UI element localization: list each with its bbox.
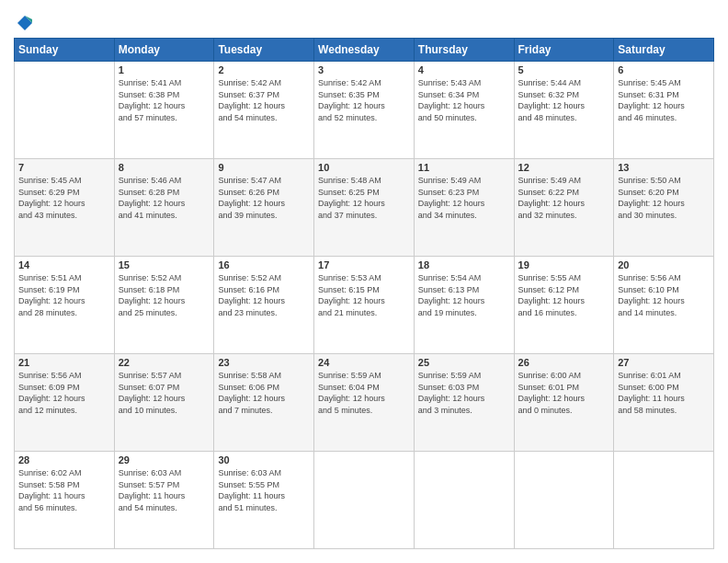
day-info: Sunrise: 5:50 AM Sunset: 6:20 PM Dayligh…: [618, 175, 710, 221]
day-number: 6: [618, 64, 710, 75]
day-of-week-header: Wednesday: [314, 39, 415, 62]
day-of-week-header: Friday: [514, 39, 614, 62]
calendar-cell: [15, 62, 115, 159]
day-number: 14: [18, 259, 110, 270]
day-number: 12: [518, 162, 610, 173]
calendar-week-row: 7Sunrise: 5:45 AM Sunset: 6:29 PM Daylig…: [15, 159, 714, 257]
day-of-week-header: Monday: [114, 39, 214, 62]
calendar-header-row: SundayMondayTuesdayWednesdayThursdayFrid…: [15, 39, 714, 62]
day-info: Sunrise: 5:58 AM Sunset: 6:06 PM Dayligh…: [218, 370, 310, 416]
day-number: 22: [119, 357, 210, 368]
day-info: Sunrise: 5:57 AM Sunset: 6:07 PM Dayligh…: [119, 370, 210, 416]
day-info: Sunrise: 5:47 AM Sunset: 6:26 PM Dayligh…: [218, 175, 310, 221]
calendar-cell: 16Sunrise: 5:52 AM Sunset: 6:16 PM Dayli…: [214, 257, 314, 354]
day-of-week-header: Thursday: [414, 39, 514, 62]
calendar-cell: 27Sunrise: 6:01 AM Sunset: 6:00 PM Dayli…: [614, 354, 714, 452]
calendar-cell: [614, 452, 714, 549]
calendar-cell: 20Sunrise: 5:56 AM Sunset: 6:10 PM Dayli…: [614, 257, 714, 354]
calendar-cell: 1Sunrise: 5:41 AM Sunset: 6:38 PM Daylig…: [114, 62, 214, 159]
calendar-cell: [414, 452, 514, 549]
calendar-week-row: 14Sunrise: 5:51 AM Sunset: 6:19 PM Dayli…: [15, 257, 714, 354]
day-number: 21: [18, 357, 110, 368]
day-number: 15: [119, 259, 210, 270]
calendar-cell: 5Sunrise: 5:44 AM Sunset: 6:32 PM Daylig…: [514, 62, 614, 159]
day-number: 27: [618, 357, 710, 368]
day-number: 2: [218, 64, 310, 75]
day-number: 8: [119, 162, 210, 173]
calendar-cell: 4Sunrise: 5:43 AM Sunset: 6:34 PM Daylig…: [414, 62, 514, 159]
day-info: Sunrise: 6:00 AM Sunset: 6:01 PM Dayligh…: [518, 370, 610, 416]
day-info: Sunrise: 5:42 AM Sunset: 6:35 PM Dayligh…: [318, 77, 410, 123]
day-number: 18: [418, 259, 510, 270]
day-number: 13: [618, 162, 710, 173]
day-of-week-header: Tuesday: [214, 39, 314, 62]
day-info: Sunrise: 5:49 AM Sunset: 6:22 PM Dayligh…: [518, 175, 610, 221]
day-info: Sunrise: 5:59 AM Sunset: 6:04 PM Dayligh…: [318, 370, 410, 416]
day-of-week-header: Sunday: [15, 39, 115, 62]
page: SundayMondayTuesdayWednesdayThursdayFrid…: [0, 0, 728, 563]
day-info: Sunrise: 5:51 AM Sunset: 6:19 PM Dayligh…: [18, 272, 110, 318]
day-number: 4: [418, 64, 510, 75]
calendar-cell: 15Sunrise: 5:52 AM Sunset: 6:18 PM Dayli…: [114, 257, 214, 354]
day-info: Sunrise: 5:45 AM Sunset: 6:29 PM Dayligh…: [18, 175, 110, 221]
day-info: Sunrise: 5:52 AM Sunset: 6:18 PM Dayligh…: [119, 272, 210, 318]
day-info: Sunrise: 5:49 AM Sunset: 6:23 PM Dayligh…: [418, 175, 510, 221]
day-number: 17: [318, 259, 410, 270]
calendar-week-row: 28Sunrise: 6:02 AM Sunset: 5:58 PM Dayli…: [15, 452, 714, 549]
calendar-cell: 8Sunrise: 5:46 AM Sunset: 6:28 PM Daylig…: [114, 159, 214, 257]
day-number: 16: [218, 259, 310, 270]
header: [14, 14, 714, 29]
day-info: Sunrise: 5:52 AM Sunset: 6:16 PM Dayligh…: [218, 272, 310, 318]
calendar-cell: 29Sunrise: 6:03 AM Sunset: 5:57 PM Dayli…: [114, 452, 214, 549]
day-info: Sunrise: 5:41 AM Sunset: 6:38 PM Dayligh…: [119, 77, 210, 123]
calendar-cell: 9Sunrise: 5:47 AM Sunset: 6:26 PM Daylig…: [214, 159, 314, 257]
day-number: 26: [518, 357, 610, 368]
calendar-cell: [314, 452, 415, 549]
calendar-cell: [514, 452, 614, 549]
calendar-cell: 7Sunrise: 5:45 AM Sunset: 6:29 PM Daylig…: [15, 159, 115, 257]
calendar-cell: 13Sunrise: 5:50 AM Sunset: 6:20 PM Dayli…: [614, 159, 714, 257]
day-info: Sunrise: 5:59 AM Sunset: 6:03 PM Dayligh…: [418, 370, 510, 416]
day-info: Sunrise: 6:02 AM Sunset: 5:58 PM Dayligh…: [18, 467, 110, 513]
day-number: 23: [218, 357, 310, 368]
day-info: Sunrise: 5:42 AM Sunset: 6:37 PM Dayligh…: [218, 77, 310, 123]
day-number: 25: [418, 357, 510, 368]
day-info: Sunrise: 5:43 AM Sunset: 6:34 PM Dayligh…: [418, 77, 510, 123]
day-number: 10: [318, 162, 410, 173]
day-number: 3: [318, 64, 410, 75]
day-number: 28: [18, 454, 110, 465]
logo-icon: [16, 14, 34, 32]
day-number: 9: [218, 162, 310, 173]
calendar-cell: 10Sunrise: 5:48 AM Sunset: 6:25 PM Dayli…: [314, 159, 415, 257]
day-info: Sunrise: 6:01 AM Sunset: 6:00 PM Dayligh…: [618, 370, 710, 416]
calendar-cell: 21Sunrise: 5:56 AM Sunset: 6:09 PM Dayli…: [15, 354, 115, 452]
calendar-cell: 12Sunrise: 5:49 AM Sunset: 6:22 PM Dayli…: [514, 159, 614, 257]
day-info: Sunrise: 5:46 AM Sunset: 6:28 PM Dayligh…: [119, 175, 210, 221]
day-number: 11: [418, 162, 510, 173]
calendar-cell: 28Sunrise: 6:02 AM Sunset: 5:58 PM Dayli…: [15, 452, 115, 549]
day-number: 29: [119, 454, 210, 465]
svg-marker-0: [17, 16, 32, 30]
day-number: 1: [119, 64, 210, 75]
day-info: Sunrise: 5:48 AM Sunset: 6:25 PM Dayligh…: [318, 175, 410, 221]
day-info: Sunrise: 5:53 AM Sunset: 6:15 PM Dayligh…: [318, 272, 410, 318]
day-info: Sunrise: 5:55 AM Sunset: 6:12 PM Dayligh…: [518, 272, 610, 318]
day-number: 5: [518, 64, 610, 75]
day-info: Sunrise: 5:44 AM Sunset: 6:32 PM Dayligh…: [518, 77, 610, 123]
day-info: Sunrise: 6:03 AM Sunset: 5:55 PM Dayligh…: [218, 467, 310, 513]
calendar-week-row: 21Sunrise: 5:56 AM Sunset: 6:09 PM Dayli…: [15, 354, 714, 452]
day-number: 24: [318, 357, 410, 368]
calendar-cell: 14Sunrise: 5:51 AM Sunset: 6:19 PM Dayli…: [15, 257, 115, 354]
calendar-cell: 25Sunrise: 5:59 AM Sunset: 6:03 PM Dayli…: [414, 354, 514, 452]
day-info: Sunrise: 5:56 AM Sunset: 6:09 PM Dayligh…: [18, 370, 110, 416]
calendar-cell: 22Sunrise: 5:57 AM Sunset: 6:07 PM Dayli…: [114, 354, 214, 452]
calendar-cell: 17Sunrise: 5:53 AM Sunset: 6:15 PM Dayli…: [314, 257, 415, 354]
day-info: Sunrise: 5:54 AM Sunset: 6:13 PM Dayligh…: [418, 272, 510, 318]
day-number: 7: [18, 162, 110, 173]
day-info: Sunrise: 6:03 AM Sunset: 5:57 PM Dayligh…: [119, 467, 210, 513]
day-info: Sunrise: 5:45 AM Sunset: 6:31 PM Dayligh…: [618, 77, 710, 123]
calendar-cell: 24Sunrise: 5:59 AM Sunset: 6:04 PM Dayli…: [314, 354, 415, 452]
calendar: SundayMondayTuesdayWednesdayThursdayFrid…: [14, 38, 714, 549]
calendar-cell: 18Sunrise: 5:54 AM Sunset: 6:13 PM Dayli…: [414, 257, 514, 354]
day-number: 30: [218, 454, 310, 465]
